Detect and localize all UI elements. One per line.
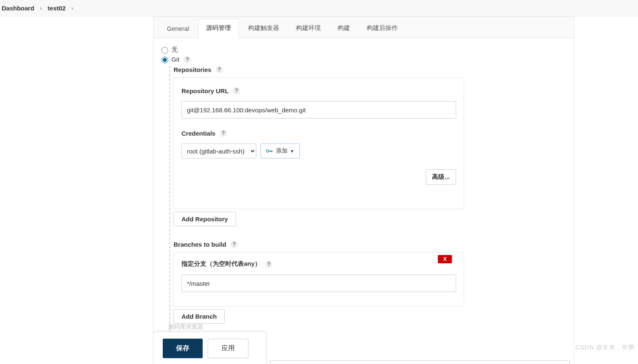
scm-git-row[interactable]: Git ? <box>159 55 568 63</box>
repo-url-label: Repository URL ? <box>181 87 456 94</box>
tab-general[interactable]: General <box>159 20 196 38</box>
tab-postbuild[interactable]: 构建后操作 <box>359 19 405 38</box>
repo-url-label-text: Repository URL <box>181 87 228 94</box>
credentials-select[interactable]: root (gitlab-auth-ssh) <box>181 144 256 158</box>
save-button[interactable]: 保存 <box>163 339 203 358</box>
branch-spec-label-text: 指定分支（为空时代表any） <box>181 260 261 268</box>
scm-none-label: 无 <box>171 46 178 54</box>
branch-card: X 指定分支（为空时代表any） ? <box>174 252 464 307</box>
caret-down-icon: ▼ <box>290 149 294 154</box>
key-icon <box>266 149 273 154</box>
advanced-button[interactable]: 高级... <box>426 169 456 185</box>
repositories-heading-text: Repositories <box>174 66 211 73</box>
branches-heading: Branches to build ? <box>174 240 568 248</box>
branch-spec-input[interactable] <box>181 275 456 292</box>
breadcrumb-dashboard[interactable]: Dashboard <box>2 5 34 12</box>
help-icon[interactable]: ? <box>233 87 240 94</box>
help-icon[interactable]: ? <box>231 240 238 248</box>
help-icon[interactable]: ? <box>220 129 227 137</box>
watermark: CSDN @水木，年華 <box>576 344 635 352</box>
repositories-heading: Repositories ? <box>174 66 568 73</box>
tab-env[interactable]: 构建环境 <box>288 19 328 38</box>
breadcrumb: Dashboard › test02 › <box>0 0 638 17</box>
scm-none-row[interactable]: 无 <box>159 46 568 54</box>
credentials-label: Credentials ? <box>181 129 456 137</box>
repo-browser-label: 源码库浏览器 <box>168 323 203 331</box>
tab-build[interactable]: 构建 <box>330 19 357 38</box>
tab-triggers[interactable]: 构建触发器 <box>241 19 287 38</box>
repository-card: Repository URL ? Credentials ? root (git… <box>174 77 464 209</box>
chevron-right-icon: › <box>40 5 42 11</box>
help-icon[interactable]: ? <box>184 56 191 63</box>
scm-none-radio[interactable] <box>161 47 168 54</box>
page-root: Dashboard › test02 › General 源码管理 构建触发器 … <box>0 0 638 364</box>
scm-git-radio[interactable] <box>161 57 168 63</box>
repo-url-input[interactable] <box>181 101 456 119</box>
branch-spec-label: 指定分支（为空时代表any） ? <box>181 260 456 268</box>
advanced-row: 高级... <box>181 169 456 185</box>
add-credentials-button[interactable]: 添加 ▼ <box>261 144 300 158</box>
breadcrumb-job[interactable]: test02 <box>47 5 65 12</box>
repo-browser-select[interactable]: ⌄ <box>270 360 570 364</box>
credentials-label-text: Credentials <box>181 130 216 137</box>
tab-bar: General 源码管理 构建触发器 构建环境 构建 构建后操作 <box>154 17 574 38</box>
credentials-row: root (gitlab-auth-ssh) 添加 ▼ <box>181 144 456 158</box>
help-icon[interactable]: ? <box>265 260 273 268</box>
tab-scm[interactable]: 源码管理 <box>198 19 239 38</box>
add-credentials-label: 添加 <box>276 147 288 155</box>
git-section: Repositories ? Repository URL ? Credenti… <box>169 66 568 349</box>
svg-rect-2 <box>272 151 273 152</box>
add-repository-button[interactable]: Add Repository <box>174 212 236 226</box>
help-icon[interactable]: ? <box>216 66 223 73</box>
chevron-right-icon: › <box>72 5 73 11</box>
config-panel: General 源码管理 构建触发器 构建环境 构建 构建后操作 无 Git ?… <box>153 17 574 364</box>
svg-point-0 <box>266 150 269 152</box>
scm-git-label: Git <box>171 56 179 63</box>
apply-button[interactable]: 应用 <box>208 339 248 358</box>
sticky-footer: 保存 应用 <box>153 332 266 364</box>
add-branch-button[interactable]: Add Branch <box>174 309 225 324</box>
branches-heading-text: Branches to build <box>174 241 226 248</box>
delete-branch-button[interactable]: X <box>438 255 452 263</box>
form-body: 无 Git ? Repositories ? Repository URL ? <box>154 38 574 364</box>
